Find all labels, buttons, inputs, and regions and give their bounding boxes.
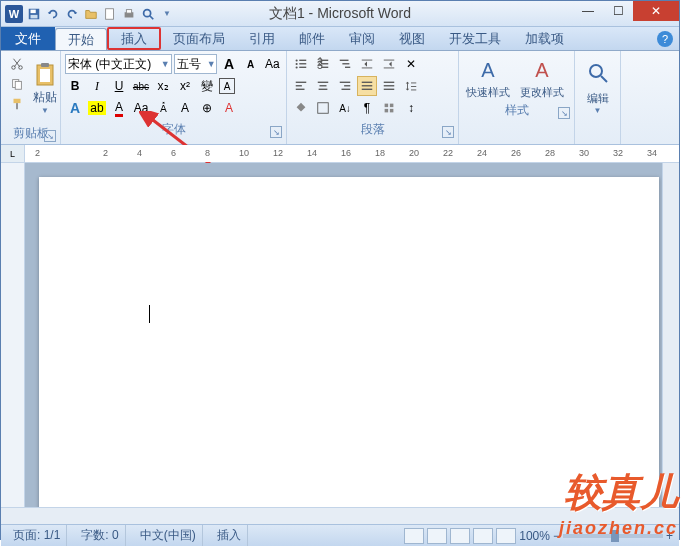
increase-indent-button[interactable] <box>379 54 399 74</box>
status-mode[interactable]: 插入 <box>211 525 248 546</box>
font-name-input[interactable] <box>66 57 159 71</box>
distribute-button[interactable] <box>379 76 399 96</box>
tab-review[interactable]: 审阅 <box>337 27 387 50</box>
ruler-h-track[interactable]: 2246810121416182022242628303234 <box>25 145 679 162</box>
undo-icon[interactable] <box>45 6 61 22</box>
print-icon[interactable] <box>121 6 137 22</box>
scrollbar-vertical[interactable] <box>662 163 679 507</box>
document-area <box>1 163 679 507</box>
tab-view[interactable]: 视图 <box>387 27 437 50</box>
ruler-vertical[interactable] <box>1 163 25 507</box>
align-right-button[interactable] <box>335 76 355 96</box>
paragraph-launcher[interactable]: ↘ <box>442 126 454 138</box>
qat-more-icon[interactable]: ▼ <box>159 6 175 22</box>
phonetic-button[interactable]: 變 <box>197 76 217 96</box>
show-marks-button[interactable]: ¶ <box>357 98 377 118</box>
view-web-button[interactable] <box>450 528 470 544</box>
font-color-button[interactable]: A <box>109 98 129 118</box>
font-launcher[interactable]: ↘ <box>270 126 282 138</box>
clipboard-launcher[interactable]: ↘ <box>44 130 56 142</box>
paste-button[interactable]: 粘贴 ▼ <box>29 53 61 123</box>
tab-file[interactable]: 文件 <box>1 27 55 50</box>
change-case-button[interactable]: Aa <box>262 54 282 74</box>
asian-layout-button[interactable]: ✕ <box>401 54 421 74</box>
close-button[interactable]: ✕ <box>633 1 679 21</box>
align-left-button[interactable] <box>291 76 311 96</box>
italic-button[interactable]: I <box>87 76 107 96</box>
view-fullscreen-button[interactable] <box>427 528 447 544</box>
change-styles-icon: A <box>527 55 557 85</box>
underline-button[interactable]: U <box>109 76 129 96</box>
cut-button[interactable] <box>7 55 27 73</box>
status-page[interactable]: 页面: 1/1 <box>7 525 67 546</box>
highlight-button[interactable]: ab <box>87 98 107 118</box>
circle-char-button[interactable]: ⊕ <box>197 98 217 118</box>
enclose-char-button[interactable]: A̽ <box>153 98 173 118</box>
quick-styles-button[interactable]: A 快速样式 <box>463 55 513 100</box>
new-icon[interactable] <box>102 6 118 22</box>
font-size-input[interactable] <box>175 57 206 71</box>
char-shading-button[interactable]: Aa <box>131 98 151 118</box>
find-button[interactable] <box>580 55 616 91</box>
text-effects-button[interactable]: A <box>65 98 85 118</box>
tab-addins[interactable]: 加载项 <box>513 27 576 50</box>
tab-layout[interactable]: 页面布局 <box>161 27 237 50</box>
preview-icon[interactable] <box>140 6 156 22</box>
minimize-button[interactable]: — <box>573 1 603 21</box>
clear-format-button[interactable]: A <box>219 98 239 118</box>
page-viewport[interactable] <box>25 163 679 507</box>
bold-button[interactable]: B <box>65 76 85 96</box>
open-icon[interactable] <box>83 6 99 22</box>
char-scale-button[interactable]: A <box>175 98 195 118</box>
text-direction-button[interactable]: ↕ <box>401 98 421 118</box>
grow-font-button[interactable]: A <box>219 54 239 74</box>
zoom-level[interactable]: 100% <box>519 529 550 543</box>
svg-rect-41 <box>318 82 329 83</box>
chevron-down-icon[interactable]: ▼ <box>206 59 216 69</box>
svg-rect-60 <box>385 109 389 113</box>
watermark-brand: 较真儿 <box>559 467 678 518</box>
tab-references[interactable]: 引用 <box>237 27 287 50</box>
numbering-button[interactable]: 123 <box>313 54 333 74</box>
subscript-button[interactable]: x₂ <box>153 76 173 96</box>
styles-launcher[interactable]: ↘ <box>558 107 570 119</box>
maximize-button[interactable]: ☐ <box>603 1 633 21</box>
multilevel-button[interactable] <box>335 54 355 74</box>
justify-button[interactable] <box>357 76 377 96</box>
shading-button[interactable] <box>291 98 311 118</box>
tab-developer[interactable]: 开发工具 <box>437 27 513 50</box>
ruler-corner[interactable]: L <box>1 145 25 162</box>
sort-button[interactable]: A↓ <box>335 98 355 118</box>
status-words[interactable]: 字数: 0 <box>75 525 125 546</box>
snap-grid-button[interactable] <box>379 98 399 118</box>
font-size-combo[interactable]: ▼ <box>174 54 217 74</box>
view-draft-button[interactable] <box>496 528 516 544</box>
strike-button[interactable]: abc <box>131 76 151 96</box>
help-icon[interactable]: ? <box>657 31 673 47</box>
document-page[interactable] <box>39 177 659 507</box>
clipboard-group-label: 剪贴板↘ <box>5 123 56 142</box>
align-center-button[interactable] <box>313 76 333 96</box>
bullets-button[interactable] <box>291 54 311 74</box>
redo-icon[interactable] <box>64 6 80 22</box>
view-outline-button[interactable] <box>473 528 493 544</box>
decrease-indent-button[interactable] <box>357 54 377 74</box>
change-styles-button[interactable]: A 更改样式 <box>517 55 567 100</box>
tab-home[interactable]: 开始 <box>55 28 107 50</box>
superscript-button[interactable]: x² <box>175 76 195 96</box>
borders-button[interactable] <box>313 98 333 118</box>
border-char-button[interactable]: A <box>219 78 235 94</box>
format-painter-button[interactable] <box>7 95 27 113</box>
font-name-combo[interactable]: ▼ <box>65 54 172 74</box>
view-print-layout-button[interactable] <box>404 528 424 544</box>
tab-mailings[interactable]: 邮件 <box>287 27 337 50</box>
line-spacing-button[interactable] <box>401 76 421 96</box>
copy-button[interactable] <box>7 75 27 93</box>
status-language[interactable]: 中文(中国) <box>134 525 203 546</box>
shrink-font-button[interactable]: A <box>241 54 261 74</box>
chevron-down-icon[interactable]: ▼ <box>159 59 171 69</box>
tab-insert[interactable]: 插入 <box>107 27 161 50</box>
ruler-horizontal[interactable]: L 2246810121416182022242628303234 <box>1 145 679 163</box>
svg-rect-37 <box>384 68 395 69</box>
save-icon[interactable] <box>26 6 42 22</box>
